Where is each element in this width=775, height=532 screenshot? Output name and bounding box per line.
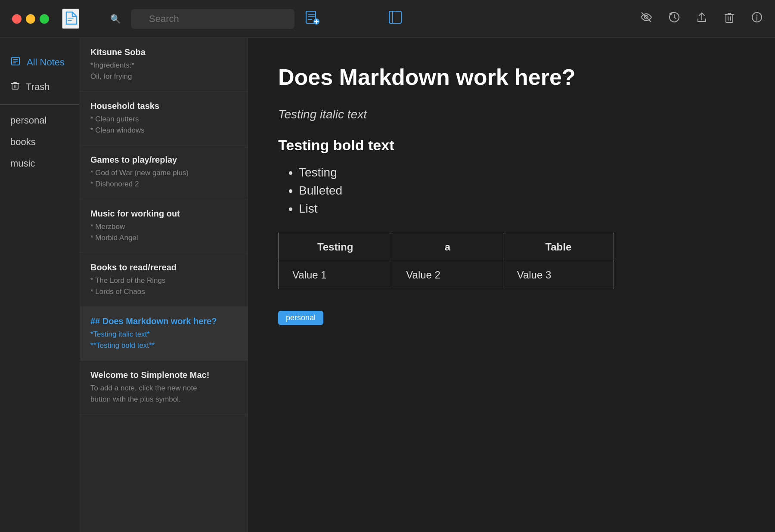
sidebar-toggle-button[interactable] <box>388 10 402 27</box>
preview-toggle-button[interactable] <box>640 11 653 27</box>
note-title: Music for working out <box>90 209 237 219</box>
note-title: Books to read/reread <box>90 263 237 272</box>
all-notes-icon <box>10 56 21 69</box>
note-item-books[interactable]: Books to read/reread * The Lord of the R… <box>80 253 248 307</box>
sidebar-tag-books[interactable]: books <box>0 131 80 153</box>
history-button[interactable] <box>668 11 680 26</box>
editor-table: Testing a Table Value 1 Value 2 Value 3 <box>278 233 614 289</box>
list-item: Testing <box>299 166 745 179</box>
note-preview: *Ingredients:* Oil, for frying <box>90 60 237 82</box>
note-preview: * The Lord of the Rings * Lords of Chaos <box>90 275 237 297</box>
main-content: All Notes Trash personal books music Kit… <box>0 38 775 532</box>
titlebar: 🔍 <box>0 0 775 38</box>
list-item: List <box>299 202 745 216</box>
sidebar-item-trash[interactable]: Trash <box>0 75 80 99</box>
note-preview: To add a note, click the new note button… <box>90 383 237 405</box>
editor-list: Testing Bulleted List <box>299 166 745 216</box>
table-cell: Value 1 <box>279 261 392 289</box>
table-header-cell: Table <box>503 233 614 261</box>
table-header-cell: a <box>392 233 503 261</box>
svg-point-11 <box>756 15 758 16</box>
note-item-household[interactable]: Household tasks * Clean gutters * Clean … <box>80 92 248 145</box>
trash-label: Trash <box>26 81 50 93</box>
list-item: Bulleted <box>299 184 745 198</box>
note-preview: * Merzbow * Morbid Angel <box>90 221 237 243</box>
maximize-button[interactable] <box>40 14 49 24</box>
sidebar-divider <box>0 104 80 105</box>
note-title: Household tasks <box>90 101 237 111</box>
note-item-games[interactable]: Games to play/replay * God of War (new g… <box>80 145 248 199</box>
tag-badge[interactable]: personal <box>278 311 323 325</box>
svg-rect-2 <box>389 11 401 23</box>
search-wrapper: 🔍 <box>105 9 294 29</box>
close-button[interactable] <box>12 14 22 24</box>
delete-button[interactable] <box>723 11 735 26</box>
note-item-markdown[interactable]: ## Does Markdown work here? *Testing ita… <box>80 307 248 361</box>
search-icon: 🔍 <box>110 14 121 24</box>
note-item-welcome[interactable]: Welcome to Simplenote Mac! To add a note… <box>80 361 248 414</box>
note-item-music[interactable]: Music for working out * Merzbow * Morbid… <box>80 199 248 253</box>
search-input[interactable] <box>131 9 294 29</box>
editor-italic: Testing italic text <box>278 108 745 121</box>
svg-rect-17 <box>12 84 18 89</box>
minimize-button[interactable] <box>26 14 35 24</box>
trash-icon <box>10 81 20 93</box>
sidebar-tag-personal[interactable]: personal <box>0 110 80 131</box>
table-cell: Value 3 <box>503 261 614 289</box>
note-title: Games to play/replay <box>90 155 237 165</box>
traffic-lights <box>12 14 49 24</box>
svg-rect-7 <box>726 15 733 22</box>
sidebar-tag-music[interactable]: music <box>0 153 80 174</box>
note-item-kitsune[interactable]: Kitsune Soba *Ingredients:* Oil, for fry… <box>80 38 248 92</box>
note-preview: * Clean gutters * Clean windows <box>90 114 237 136</box>
table-header-cell: Testing <box>279 233 392 261</box>
sidebar-item-all-notes[interactable]: All Notes <box>0 50 80 75</box>
all-notes-label: All Notes <box>27 57 65 68</box>
toolbar-right <box>640 11 763 27</box>
table-header-row: Testing a Table <box>279 233 614 261</box>
note-preview: * God of War (new game plus) * Dishonore… <box>90 167 237 189</box>
sidebar: All Notes Trash personal books music <box>0 38 80 532</box>
table-cell: Value 2 <box>392 261 503 289</box>
app-logo-button[interactable] <box>62 9 79 29</box>
editor-heading: Does Markdown work here? <box>278 64 745 90</box>
notes-list: Kitsune Soba *Ingredients:* Oil, for fry… <box>80 38 248 532</box>
note-title: Kitsune Soba <box>90 47 237 57</box>
editor-bold-heading: Testing bold text <box>278 137 745 154</box>
share-button[interactable] <box>696 11 708 26</box>
info-button[interactable] <box>751 11 763 26</box>
note-preview: *Testing italic text* **Testing bold tex… <box>90 329 237 351</box>
note-title: Welcome to Simplenote Mac! <box>90 370 237 380</box>
note-title: ## Does Markdown work here? <box>90 316 237 326</box>
editor[interactable]: Does Markdown work here? Testing italic … <box>248 38 775 532</box>
table-row: Value 1 Value 2 Value 3 <box>279 261 614 289</box>
new-note-button[interactable] <box>305 10 319 28</box>
